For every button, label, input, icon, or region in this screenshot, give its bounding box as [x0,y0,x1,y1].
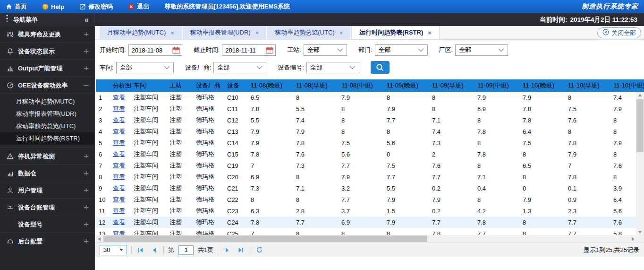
value-cell: 7.4 [429,126,475,137]
view-chart-link[interactable]: 查看 [113,161,125,170]
value-cell: 5.6 [384,137,429,148]
collapse-minus-icon[interactable]: − [84,80,89,91]
close-all-tabs-button[interactable]: 关闭全部 [597,27,641,38]
expand-plus-icon[interactable]: + [84,29,89,40]
vendor-cell: 德玛格 [193,160,224,171]
scroll-left-icon[interactable] [96,235,102,243]
expand-plus-icon[interactable]: + [84,46,89,57]
row-number: 3 [96,114,110,126]
sidebar-item-4[interactable]: OEE设备稼动效率− [0,77,94,94]
sidebar-item-1[interactable]: 模具寿命及更换+ [0,26,94,43]
chevron-down-icon [498,48,504,52]
tab-close-icon[interactable]: × [339,29,343,36]
next-page-button[interactable] [222,245,232,255]
select-field[interactable]: 全部 [455,44,508,56]
tab-close-icon[interactable]: × [255,29,259,36]
search-button[interactable] [371,61,390,74]
tab-2[interactable]: 稼动率报表管理(UDR)× [183,26,266,39]
sidebar-subitem-3[interactable]: 稼动率趋势总览(UTC) [0,120,94,132]
calendar-icon[interactable]: 17 [172,47,180,54]
expand-plus-icon[interactable]: + [84,168,89,179]
value-cell: 2.8 [293,205,339,217]
view-chart-link[interactable]: 查看 [113,105,125,113]
value-cell: 7.3 [293,160,339,171]
vertical-scrollbar-thumb[interactable] [636,99,644,152]
sidebar-collapse-button[interactable]: « [85,16,89,24]
view-chart-link[interactable]: 查看 [113,195,125,204]
topbar-item-3[interactable]: 修改密码 [79,2,113,11]
pagination-bar: 30 第 共1页 显示1到25,共25记录 [95,243,644,257]
row-number: 7 [96,160,110,171]
view-chart-link[interactable]: 查看 [113,150,125,158]
select-field[interactable]: 全部 [375,44,428,56]
tab-4[interactable]: 运行时间趋势表(RSTR)× [351,26,440,39]
column-header: 11-08(晚班) [248,79,293,92]
sidebar-item-6[interactable]: 数据仓+ [0,165,94,182]
scroll-right-icon[interactable] [629,235,636,243]
sidebar-subitem-4[interactable]: 运行时间趋势表(RSTR) [0,132,94,145]
select-field[interactable]: 全部 [304,44,347,56]
select-field[interactable]: 全部 [213,62,266,73]
value-cell: 7.6 [293,148,339,160]
filter-label: 车间: [100,63,114,72]
table-row: 12查看注塑车间注塑德玛格C247.87.76.97.97.77.887.77.… [96,217,644,228]
view-chart-link[interactable]: 查看 [113,207,125,215]
scroll-up-icon[interactable] [636,92,644,98]
tab-close-icon[interactable]: × [428,29,432,36]
sidebar-item-2[interactable]: 设备状态展示+ [0,43,94,60]
sidebar-subitem-2[interactable]: 稼动率报表管理(UDR) [0,108,94,120]
sidebar-item-10[interactable]: 后台配置+ [0,233,94,250]
view-chart-link[interactable]: 查看 [113,127,125,136]
expand-plus-icon[interactable]: + [84,219,89,230]
calendar-icon[interactable]: 17 [266,47,273,54]
topbar-item-2[interactable]: ?Help [42,3,64,10]
first-page-button[interactable] [136,245,145,255]
date-input[interactable] [129,47,172,54]
prev-page-button[interactable] [150,245,159,255]
page-size-select[interactable]: 30 [100,245,127,255]
topbar-item-4[interactable]: 退出 [128,2,149,11]
sidebar-item-3[interactable]: Output产能管理+ [0,60,94,77]
workshop-cell: 注塑车间 [131,183,167,194]
sidebar-item-7[interactable]: 用户管理+ [0,182,94,199]
column-header: 11-09(早班) [429,79,475,92]
view-chart-link[interactable]: 查看 [113,139,125,147]
value-cell: 7.9 [384,217,429,228]
view-chart-link[interactable]: 查看 [113,184,125,192]
page-number-input[interactable] [178,245,194,255]
value-cell: 7.9 [339,92,384,103]
date-field: 17 [128,44,182,56]
vertical-scrollbar[interactable] [636,92,644,235]
sidebar-item-8[interactable]: 设备台账管理+ [0,199,94,216]
date-input[interactable] [222,47,266,54]
select-field[interactable]: 全部 [116,62,174,73]
row-number-header [96,79,110,92]
scroll-down-icon[interactable] [636,228,644,235]
expand-plus-icon[interactable]: + [84,63,89,74]
expand-plus-icon[interactable]: + [84,185,89,196]
sidebar-subitem-1[interactable]: 月稼动率趋势(MUTC) [0,96,94,108]
select-field[interactable]: 全部 [306,62,359,73]
sidebar-item-9[interactable]: 设备型号+ [0,216,94,233]
view-chart-link[interactable]: 查看 [113,116,125,124]
tab-3[interactable]: 稼动率趋势总览(UTC)× [267,26,350,39]
view-chart-link[interactable]: 查看 [113,173,125,181]
expand-plus-icon[interactable]: + [84,236,89,247]
horizontal-scrollbar[interactable] [96,235,636,243]
view-chart-link[interactable]: 查看 [113,93,125,102]
expand-plus-icon[interactable]: + [84,151,89,162]
column-header: 11-09(中班) [475,79,520,92]
topbar-item-1[interactable]: 首页 [6,2,27,11]
horizontal-scrollbar-thumb[interactable] [103,235,427,242]
refresh-button[interactable] [254,245,264,255]
sidebar-item-5[interactable]: 停机异常检测+ [0,148,94,165]
last-page-button[interactable] [236,245,246,255]
table-row: 6查看注塑车间注塑德玛格C157.87.65.6027.887.98 [96,148,644,160]
value-cell: 7.7 [384,171,429,183]
tab-close-icon[interactable]: × [170,29,174,36]
expand-plus-icon[interactable]: + [84,202,89,213]
value-cell: 3.7 [339,205,384,217]
tab-1[interactable]: 月稼动率趋势(MUTC)× [100,26,182,39]
device-cell: C23 [224,205,248,217]
view-chart-link[interactable]: 查看 [113,218,125,226]
